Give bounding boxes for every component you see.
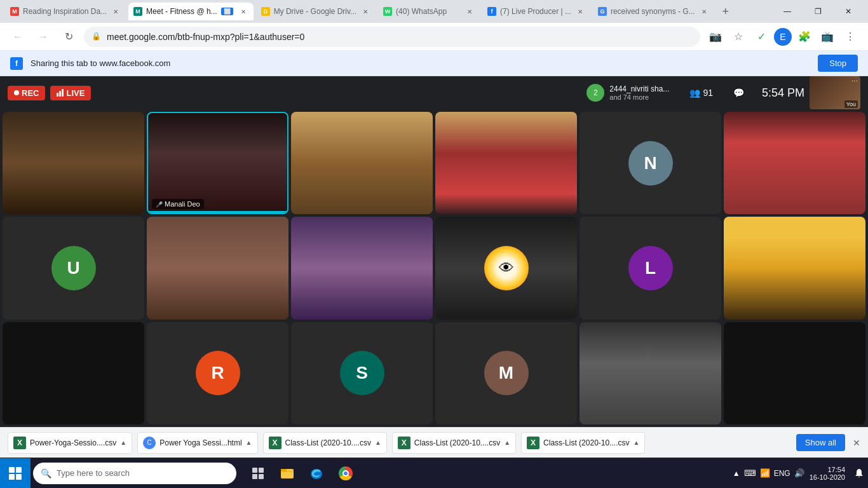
participant-avatar: 2 <box>587 84 604 102</box>
download-caret-4[interactable]: ▲ <box>504 439 510 446</box>
excel-icon-4: X <box>398 437 410 449</box>
extension-icon[interactable]: 🧩 <box>794 27 815 47</box>
video-cell-S: S <box>291 322 433 424</box>
time-display: 5:54 PM <box>762 86 804 100</box>
menu-icon[interactable]: ⋮ <box>840 27 860 47</box>
video-cell-p10: 👁 <box>435 217 577 319</box>
window-controls: — ❐ ✕ <box>773 1 863 22</box>
taskbar-chrome[interactable] <box>332 459 360 487</box>
download-item-2[interactable]: C Power Yoga Sessi...html ▲ <box>137 432 257 454</box>
p8-video <box>147 217 288 319</box>
stop-sharing-button[interactable]: Stop <box>818 55 858 72</box>
chrome-download-icon-2: C <box>143 437 156 449</box>
svg-rect-1 <box>259 468 264 473</box>
tab-meet[interactable]: M Meet - Fitness @ h... ⬜ ✕ <box>128 3 254 20</box>
excel-icon-5: X <box>527 437 539 449</box>
live-signal-icon <box>57 89 64 97</box>
camera-icon[interactable]: 📷 <box>705 27 726 47</box>
participant-count[interactable]: 👥 91 <box>682 84 721 102</box>
tab-whatsapp[interactable]: W (40) WhatsApp ✕ <box>378 3 480 20</box>
tab2-title: Meet - Fitness @ h... <box>146 7 217 16</box>
tray-time[interactable]: 17:54 16-10-2020 <box>804 466 850 481</box>
lock-icon: 🔒 <box>92 32 102 42</box>
participant-name: 2444_nivriti sha... <box>609 85 669 93</box>
video-cell-p1 <box>3 112 144 214</box>
back-button[interactable]: ← <box>8 27 28 47</box>
start-button[interactable] <box>0 458 31 489</box>
tab1-close[interactable]: ✕ <box>111 6 121 17</box>
download-item-3[interactable]: X Class-List (2020-10....csv ▲ <box>263 432 387 454</box>
video-cell-p3 <box>291 112 433 214</box>
notification-center-button[interactable] <box>850 458 868 489</box>
taskbar-file-explorer[interactable] <box>273 459 301 487</box>
forward-button[interactable]: → <box>33 27 53 47</box>
close-button[interactable]: ✕ <box>834 1 863 22</box>
download-caret-2[interactable]: ▲ <box>246 439 252 446</box>
taskbar-edge[interactable] <box>302 459 330 487</box>
download-caret-3[interactable]: ▲ <box>375 439 381 446</box>
show-all-button[interactable]: Show all <box>796 434 845 451</box>
participant-count-number: 91 <box>703 88 713 98</box>
video-cell-p4 <box>435 112 577 214</box>
network-icon[interactable]: 📶 <box>760 468 770 478</box>
avatar-N: N <box>628 141 673 186</box>
avatar-L: L <box>628 246 673 290</box>
download-caret-5[interactable]: ▲ <box>634 439 640 446</box>
taskbar-search-placeholder: Type here to search <box>57 468 130 478</box>
tab1-favicon: M <box>10 7 19 16</box>
p1-video <box>3 112 144 214</box>
up-arrow-tray-icon[interactable]: ▲ <box>733 469 740 478</box>
participant-info-text: 2444_nivriti sha... and 74 more <box>609 85 669 101</box>
tab-reading[interactable]: M Reading Inspiration Da... ✕ <box>5 3 126 20</box>
taskbar-task-view[interactable] <box>244 459 272 487</box>
file-explorer-icon <box>280 466 294 480</box>
tab5-close[interactable]: ✕ <box>575 6 585 17</box>
excel-icon-3: X <box>269 437 281 449</box>
minimize-button[interactable]: — <box>773 1 802 22</box>
tab-drive[interactable]: D My Drive - Google Driv... ✕ <box>256 3 376 20</box>
download-name-4: Class-List (2020-10....csv <box>414 438 500 447</box>
address-bar[interactable]: 🔒 meet.google.com/btb-fnup-mxp?pli=1&aut… <box>84 27 700 47</box>
new-tab-button[interactable]: + <box>717 3 735 20</box>
edge-icon <box>309 466 323 480</box>
tab4-favicon: W <box>383 7 392 16</box>
cast-icon[interactable]: 📺 <box>817 27 837 47</box>
download-item-1[interactable]: X Power-Yoga-Sessio....csv ▲ <box>8 432 132 454</box>
download-caret-1[interactable]: ▲ <box>120 439 126 446</box>
keyboard-icon: ⌨ <box>744 468 756 478</box>
facebook-icon: f <box>10 57 23 70</box>
svg-rect-5 <box>281 469 287 471</box>
dismiss-downloads-icon[interactable]: ✕ <box>853 438 860 448</box>
more-options-icon[interactable]: ⋯ <box>851 78 858 85</box>
chat-button[interactable]: 💬 <box>726 84 752 102</box>
tab6-close[interactable]: ✕ <box>699 6 709 17</box>
taskbar-pinned-apps <box>239 459 365 487</box>
video-cell-R: R <box>147 322 288 424</box>
download-item-4[interactable]: X Class-List (2020-10....csv ▲ <box>392 432 516 454</box>
video-cell-p8 <box>147 217 288 319</box>
self-view: You ⋯ <box>810 76 860 109</box>
tab-live-producer[interactable]: f (7) Live Producer | ... ✕ <box>482 3 590 20</box>
tab2-close[interactable]: ✕ <box>238 6 248 17</box>
profile-icon[interactable]: E <box>774 28 792 46</box>
volume-icon[interactable]: 🔊 <box>794 468 804 478</box>
manali-video <box>148 113 287 213</box>
tab4-close[interactable]: ✕ <box>465 6 475 17</box>
address-text: meet.google.com/btb-fnup-mxp?pli=1&authu… <box>107 32 693 42</box>
avatar-M: M <box>484 351 529 395</box>
maximize-button[interactable]: ❐ <box>803 1 832 22</box>
tab3-close[interactable]: ✕ <box>360 6 370 17</box>
task-view-icon <box>252 467 264 480</box>
avatar-S: S <box>340 351 384 395</box>
download-name-1: Power-Yoga-Sessio....csv <box>30 438 116 447</box>
tray-date-value: 16-10-2020 <box>810 473 845 481</box>
tab-synonyms[interactable]: G received synonyms - G... ✕ <box>593 3 714 20</box>
tab5-title: (7) Live Producer | ... <box>500 7 571 16</box>
reload-button[interactable]: ↻ <box>58 27 79 47</box>
download-item-5[interactable]: X Class-List (2020-10....csv ▲ <box>521 432 645 454</box>
title-bar: M Reading Inspiration Da... ✕ M Meet - F… <box>0 0 868 23</box>
bookmark-star-icon[interactable]: ☆ <box>728 27 749 47</box>
participant-subtitle: and 74 more <box>609 93 669 101</box>
taskbar-search-box[interactable]: 🔍 Type here to search <box>33 463 236 484</box>
self-view-label: You <box>844 100 858 108</box>
